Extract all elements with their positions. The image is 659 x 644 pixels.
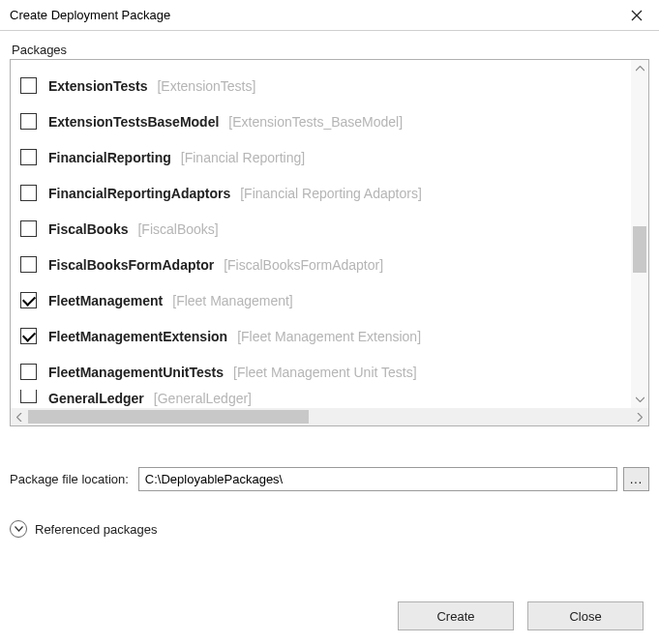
browse-button[interactable]: ... [623, 467, 649, 491]
list-rows: ExtensionTests[ExtensionTests]ExtensionT… [11, 60, 648, 390]
content-area: Packages ExtensionTests[ExtensionTests]E… [0, 31, 659, 547]
package-name: GeneralLedger [48, 391, 144, 406]
list-item[interactable]: FiscalBooks[FiscalBooks] [11, 211, 648, 247]
checkbox[interactable] [20, 364, 37, 380]
package-desc: [FiscalBooksFormAdaptor] [224, 257, 383, 273]
list-item[interactable]: FleetManagementExtension[Fleet Managemen… [11, 318, 648, 354]
list-item[interactable]: FleetManagement[Fleet Management] [11, 282, 648, 318]
package-desc: [Fleet Management] [172, 293, 293, 308]
vertical-scrollbar[interactable] [631, 60, 648, 408]
referenced-packages-row: Referenced packages [10, 520, 649, 538]
close-icon[interactable] [614, 0, 659, 31]
package-name: FleetManagementUnitTests [48, 365, 224, 380]
scroll-right-icon[interactable] [631, 408, 648, 425]
scroll-thumb-horizontal[interactable] [28, 410, 309, 424]
scroll-down-icon[interactable] [631, 391, 648, 408]
checkbox[interactable] [20, 390, 37, 403]
checkbox[interactable] [20, 220, 37, 237]
package-name: ExtensionTests [48, 78, 147, 94]
referenced-packages-label: Referenced packages [35, 522, 157, 537]
package-name: FinancialReporting [48, 150, 171, 165]
list-item[interactable]: FiscalBooksFormAdaptor[FiscalBooksFormAd… [11, 247, 648, 282]
checkbox[interactable] [20, 77, 37, 94]
checkbox[interactable] [20, 185, 37, 201]
package-desc: [ExtensionTests_BaseModel] [228, 114, 403, 130]
window-title: Create Deployment Package [10, 8, 170, 22]
list-item[interactable]: ExtensionTests[ExtensionTests] [11, 68, 648, 103]
checkbox[interactable] [20, 149, 37, 165]
package-desc: [Fleet Management Unit Tests] [233, 365, 417, 380]
package-name: FleetManagement [48, 293, 163, 308]
location-input[interactable] [138, 467, 617, 491]
checkbox[interactable] [20, 292, 37, 308]
package-name: FleetManagementExtension [48, 329, 227, 344]
list-item[interactable]: FinancialReportingAdaptors[Financial Rep… [11, 175, 648, 211]
package-desc: [Financial Reporting Adaptors] [240, 186, 422, 201]
list-item[interactable]: FleetManagementUnitTests[Fleet Managemen… [11, 354, 648, 390]
list-item-cutoff[interactable]: GeneralLedger [GeneralLedger] [11, 390, 648, 407]
list-item[interactable]: ExtensionTestsBaseModel[ExtensionTests_B… [11, 103, 648, 139]
close-button[interactable]: Close [527, 601, 644, 630]
scroll-thumb-vertical[interactable] [633, 226, 646, 273]
titlebar: Create Deployment Package [0, 0, 659, 31]
package-name: ExtensionTestsBaseModel [48, 114, 219, 130]
create-button[interactable]: Create [398, 601, 514, 630]
package-desc: [Financial Reporting] [181, 150, 305, 165]
horizontal-scrollbar[interactable] [11, 408, 648, 425]
list-viewport: ExtensionTests[ExtensionTests]ExtensionT… [11, 60, 648, 425]
list-item[interactable]: FinancialReporting[Financial Reporting] [11, 139, 648, 175]
scroll-up-icon[interactable] [631, 60, 648, 77]
chevron-down-icon[interactable] [10, 520, 27, 538]
package-desc: [Fleet Management Extension] [237, 329, 421, 344]
checkbox[interactable] [20, 113, 37, 130]
button-bar: Create Close [398, 601, 644, 630]
packages-listbox: ExtensionTests[ExtensionTests]ExtensionT… [10, 59, 649, 426]
package-name: FinancialReportingAdaptors [48, 186, 230, 201]
package-name: FiscalBooks [48, 221, 128, 237]
location-label: Package file location: [10, 472, 129, 486]
scroll-left-icon[interactable] [11, 408, 28, 425]
package-desc: [ExtensionTests] [157, 78, 255, 94]
package-desc: [GeneralLedger] [154, 391, 252, 406]
location-row: Package file location: ... [10, 467, 649, 491]
checkbox[interactable] [20, 328, 37, 344]
package-desc: [FiscalBooks] [137, 221, 218, 237]
packages-label: Packages [12, 43, 649, 57]
checkbox[interactable] [20, 256, 37, 273]
package-name: FiscalBooksFormAdaptor [48, 257, 214, 273]
